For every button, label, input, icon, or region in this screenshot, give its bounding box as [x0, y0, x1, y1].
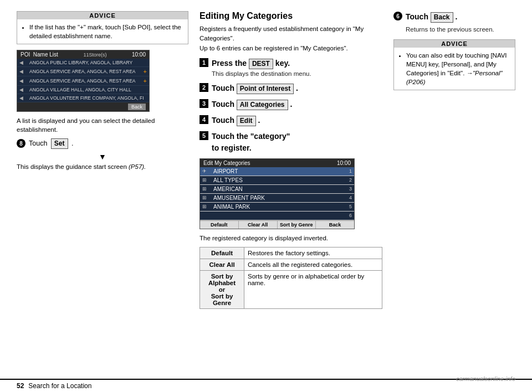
screen-header: POI Name List 11Store(s) 10:00: [17, 50, 149, 59]
category-row-american[interactable]: ⊞ AMERICAN 3: [200, 185, 354, 194]
categories-screen-caption: The registered category is displayed inv…: [200, 234, 382, 243]
amusement-icon: ⊞: [202, 195, 213, 200]
row-plus-icon: +: [144, 68, 147, 75]
category-num-6: 6: [349, 213, 352, 218]
screen-footer: Back: [17, 102, 149, 111]
point-of-interest-button[interactable]: Point of Interest: [237, 84, 294, 94]
step-8-result-text: This displays the guidance start screen: [17, 163, 127, 170]
step-8-content: Touch Set .: [29, 138, 188, 149]
screen-time: 10:00: [132, 51, 146, 58]
category-num-4: 4: [349, 195, 352, 200]
step-4-number: 4: [200, 115, 208, 124]
step-8-result: This displays the guidance start screen …: [17, 162, 188, 171]
info-table: Default Restores the factory settings. C…: [200, 247, 382, 309]
categories-title: Edit My Categories: [203, 160, 250, 166]
step-5-number: 5: [200, 131, 208, 140]
table-row-default: Default Restores the factory settings.: [200, 247, 382, 259]
table-row-sort: Sort by Alphabet or Sort by Genre Sorts …: [200, 270, 382, 308]
row-plus-icon: +: [144, 78, 147, 84]
step-6-content: Touch Back . Returns to the previous scr…: [406, 11, 515, 34]
right-column: 6 Touch Back . Returns to the previous s…: [393, 11, 515, 368]
category-row-empty: 6: [200, 212, 354, 220]
screen-row: ◀ ANGOLA SERVICE AREA, ANGOLA, REST AREA…: [17, 76, 149, 86]
left-advice-box: ADVICE If the list has the "+" mark, tou…: [17, 11, 188, 44]
step-8-result-ref: (P57).: [129, 163, 146, 170]
right-advice-text: You can also edit by touching [NAVI MENU…: [406, 51, 510, 86]
step-2-action: Touch Point of Interest .: [212, 84, 298, 92]
step-2-number: 2: [200, 83, 208, 92]
category-num-2: 2: [349, 177, 352, 183]
table-label-clear-all: Clear All: [200, 259, 244, 270]
step-8-block: 8 Touch Set .: [17, 138, 188, 149]
screen-caption: A list is displayed and you can select t…: [17, 116, 188, 134]
step-8-period: .: [71, 140, 73, 147]
clear-all-footer-btn[interactable]: Clear All: [239, 221, 278, 229]
american-icon: ⊞: [202, 186, 213, 192]
step-4-content: Touch Edit .: [212, 115, 382, 126]
categories-time: 10:00: [337, 160, 351, 166]
step-8-number: 8: [17, 139, 25, 148]
category-row-animal[interactable]: ⊞ ANIMAL PARK 5: [200, 203, 354, 212]
categories-screen: Edit My Categories 10:00 ✈ AIRPORT 1 ⊞ A…: [200, 158, 355, 229]
step-6-number: 6: [393, 12, 402, 20]
section-intro: Registers a frequently used establishmen…: [200, 24, 382, 53]
step-6-block: 6 Touch Back . Returns to the previous s…: [393, 11, 515, 34]
sort-by-genre-footer-btn[interactable]: Sort by Genre: [278, 221, 316, 229]
step-1-action: Press the DEST key.: [212, 59, 290, 68]
step-3-block: 3 Touch All Categories .: [200, 99, 382, 110]
set-button[interactable]: Set: [51, 138, 68, 149]
step-3-content: Touch All Categories .: [212, 99, 382, 110]
table-desc-sort: Sorts by genre or in alphabetical order …: [244, 270, 382, 308]
edit-button[interactable]: Edit: [237, 116, 256, 126]
back-footer-btn[interactable]: Back: [316, 221, 354, 229]
category-num-5: 5: [349, 204, 352, 209]
category-name-animal: ANIMAL PARK: [213, 204, 349, 210]
screen-row: ◀ ANGOLA VILLAGE HALL, ANGOLA, CITY HALL: [17, 86, 149, 94]
back-right-button[interactable]: Back: [431, 12, 453, 23]
category-num-1: 1: [349, 168, 352, 174]
step-5-content: Touch the "category"to register.: [212, 131, 382, 154]
back-button[interactable]: Back: [128, 104, 146, 110]
table-desc-default: Restores the factory settings.: [244, 247, 382, 259]
table-label-sort: Sort by Alphabet or Sort by Genre: [200, 270, 244, 308]
left-advice-title: ADVICE: [17, 12, 188, 19]
row-icon: ◀: [19, 78, 29, 84]
step-2-content: Touch Point of Interest .: [212, 82, 382, 94]
step-2-block: 2 Touch Point of Interest .: [200, 82, 382, 94]
row-icon: ◀: [19, 95, 29, 101]
poi-name-list-screen: POI Name List 11Store(s) 10:00 ◀ ANGOLA …: [17, 50, 150, 112]
dest-button[interactable]: DEST: [249, 59, 273, 69]
step-3-action: Touch All Categories .: [212, 100, 292, 109]
default-footer-btn[interactable]: Default: [200, 221, 239, 229]
step-6-result: Returns to the previous screen.: [406, 25, 515, 34]
step-1-content: Press the DEST key. This displays the de…: [212, 58, 382, 78]
categories-header: Edit My Categories 10:00: [200, 159, 354, 167]
right-advice-box: ADVICE You can also edit by touching [NA…: [393, 39, 515, 90]
category-row-all-types[interactable]: ⊞ ALL TYPES 2: [200, 176, 354, 185]
right-advice-title: ADVICE: [394, 40, 515, 48]
table-row-clear-all: Clear All Cancels all the registered cat…: [200, 259, 382, 270]
category-name-all-types: ALL TYPES: [213, 177, 349, 183]
category-row-amusement[interactable]: ⊞ AMUSEMENT PARK 4: [200, 194, 354, 203]
category-num-3: 3: [349, 186, 352, 192]
screen-store-count: 11Store(s): [83, 52, 106, 58]
airport-icon: ✈: [202, 168, 213, 174]
intro-line-1: Registers a frequently used establishmen…: [200, 24, 382, 44]
step-5-block: 5 Touch the "category"to register.: [200, 131, 382, 154]
category-name-amusement: AMUSEMENT PARK: [213, 195, 349, 201]
row-icon: ◀: [19, 69, 29, 74]
step-1-block: 1 Press the DEST key. This displays the …: [200, 58, 382, 78]
screen-body: ◀ ANGOLA PUBLIC LIBRARY, ANGOLA, LIBRARY…: [17, 59, 149, 102]
step-6-action: Touch Back .: [406, 12, 457, 21]
screen-row: ◀ ANGOLA VOLUNTEER FIRE COMPANY, ANGOLA,…: [17, 94, 149, 102]
step-1-sub: This displays the destination menu.: [212, 69, 382, 78]
all-categories-button[interactable]: All Categories: [237, 100, 288, 110]
row-icon: ◀: [19, 87, 29, 92]
screen-row: ◀ ANGOLA PUBLIC LIBRARY, ANGOLA, LIBRARY: [17, 59, 149, 67]
category-row-airport[interactable]: ✈ AIRPORT 1: [200, 167, 354, 176]
category-name-airport: AIRPORT: [213, 168, 349, 174]
left-advice-content: If the list has the "+" mark, touch [Sub…: [17, 19, 188, 44]
table-desc-clear-all: Cancels all the registered categories.: [244, 259, 382, 270]
animal-icon: ⊞: [202, 204, 213, 209]
step-4-action: Touch Edit .: [212, 116, 260, 125]
